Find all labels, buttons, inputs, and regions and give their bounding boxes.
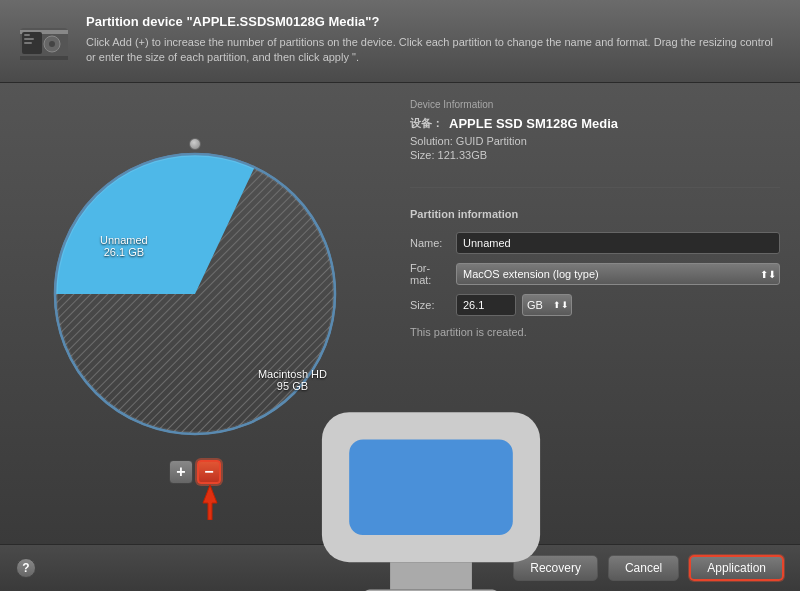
size-row: GB TB MB ⬆⬇ [456,294,572,316]
solution-detail: Solution: GUID Partition [410,135,780,147]
device-info-label: Device Information [410,99,780,110]
device-prefix-label: 设备： [410,116,443,131]
unit-select-container: GB TB MB ⬆⬇ [522,294,572,316]
format-field-row: For-mat: MacOS extension (log type) APFS… [410,262,780,286]
divider [410,187,780,188]
size-label: Size: [410,299,448,311]
device-name-value: APPLE SSD SM128G Media [449,116,618,131]
size-detail: Size: 121.33GB [410,149,780,161]
unnamed-partition-label[interactable]: Unnamed 26.1 GB [100,234,148,258]
help-button[interactable]: ? [16,558,36,578]
created-text: This partition is created. [410,326,780,338]
resize-handle[interactable] [189,138,201,150]
svg-rect-15 [350,439,514,534]
size-field-row: Size: GB TB MB ⬆⬇ [410,294,780,316]
partition-info-label: Partition information [410,208,780,220]
svg-point-4 [49,41,55,47]
header-text: Partition device "APPLE.SSDSM0128G Media… [86,14,784,66]
remove-partition-button[interactable]: − [197,460,221,484]
apply-button[interactable]: Application [689,555,784,581]
partition-dialog: Partition device "APPLE.SSDSM0128G Media… [0,0,800,591]
partition-info-section: Partition information Name: For-mat: Mac… [410,208,780,338]
unit-select[interactable]: GB TB MB [522,294,572,316]
device-name-row: 设备： APPLE SSD SM128G Media [410,116,780,131]
svg-marker-18 [203,485,217,520]
svg-rect-7 [24,42,32,44]
svg-rect-16 [391,562,473,589]
dialog-header: Partition device "APPLE.SSDSM0128G Media… [0,0,800,83]
format-select[interactable]: MacOS extension (log type) APFS MS-DOS (… [456,263,780,285]
format-select-container: MacOS extension (log type) APFS MS-DOS (… [456,263,780,285]
format-label: For-mat: [410,262,448,286]
chart-area: Unnamed 26.1 GB Macintosh HD 95 GB [0,83,390,544]
size-input[interactable] [456,294,516,316]
svg-rect-8 [20,56,68,60]
dialog-description: Click Add (+) to increase the number of … [86,35,784,66]
dialog-title: Partition device "APPLE.SSDSM0128G Media… [86,14,784,29]
add-partition-button[interactable]: + [169,460,193,484]
partition-controls: + − [169,460,221,484]
svg-rect-5 [24,34,30,36]
svg-rect-6 [24,38,34,40]
macintosh-icon [281,344,303,366]
name-input[interactable] [456,232,780,254]
macintosh-partition-label[interactable]: Macintosh HD 95 GB [258,344,327,392]
device-info-section: Device Information 设备： APPLE SSD SM128G … [410,99,780,163]
pie-chart: Unnamed 26.1 GB Macintosh HD 95 GB [45,144,345,444]
main-content: Unnamed 26.1 GB Macintosh HD 95 GB [0,83,800,544]
name-field-row: Name: [410,232,780,254]
cancel-button[interactable]: Cancel [608,555,679,581]
arrow-indicator [195,485,225,524]
name-label: Name: [410,237,448,249]
disk-icon [16,14,72,70]
